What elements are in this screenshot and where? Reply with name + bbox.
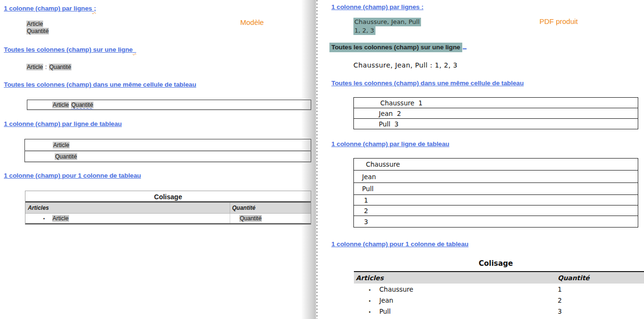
bullet-icon: •: [368, 298, 371, 304]
table-row-per-field-pdf: Chaussure Jean Pull 1 2 3: [353, 158, 638, 228]
heading-colonne-tableau-modele[interactable]: 1 colonne (champ) pour 1 colonne de tabl…: [4, 172, 141, 179]
table-row: Jean: [353, 170, 638, 183]
pane-label-pdf-produit: PDF produit: [539, 17, 578, 25]
spellcheck-squiggle: [133, 46, 136, 53]
field-article[interactable]: Article: [52, 102, 69, 108]
header-articles: Articles: [25, 203, 230, 213]
heading-1col-par-lignes-pdf: 1 colonne (champ) par lignes :: [331, 3, 423, 11]
field-quantite[interactable]: Quantité: [55, 153, 77, 160]
table-row: Quantité: [24, 150, 311, 162]
table-row: Pull: [353, 182, 638, 195]
selected-line-quantites: 1, 2, 3: [353, 26, 375, 35]
table-same-cell-pdf: Chaussure 1 Jean 2 Pull 3: [353, 97, 638, 129]
table-row: •Chaussure 1: [354, 284, 644, 295]
oneline-value: Chaussure, Jean, Pull : 1, 2, 3: [353, 61, 457, 69]
field-article[interactable]: Article: [26, 21, 43, 27]
heading-ligne-tableau-pdf: 1 colonne (champ) par ligne de tableau: [331, 140, 449, 148]
field-article[interactable]: Article: [53, 142, 70, 148]
heading-colonnes-une-ligne-modele[interactable]: Toutes les colonnes (champ) sur une lign…: [4, 46, 136, 53]
field-quantite[interactable]: Quantité: [239, 215, 262, 222]
page-edge-shadow: [301, 0, 316, 319]
table-row: Jean 2: [353, 108, 638, 119]
header-quantite: Quantité: [558, 274, 644, 282]
heading-meme-cellule-pdf: Toutes les colonnes (champ) dans une mêm…: [331, 80, 524, 87]
table-same-cell-template: Article Quantité: [27, 100, 311, 110]
table-row: Chaussure: [353, 158, 638, 171]
field-quantite[interactable]: Quantité: [26, 28, 49, 34]
heading-colonnes-une-ligne-pdf-selected: Toutes les colonnes (champ) sur une lign…: [329, 44, 467, 51]
table-row: Article: [24, 139, 311, 151]
header-articles: Articles: [354, 274, 558, 282]
heading-meme-cellule-modele[interactable]: Toutes les colonnes (champ) dans une mêm…: [4, 81, 196, 88]
bullet-icon: •: [368, 287, 371, 293]
pane-label-modele: Modèle: [240, 18, 264, 26]
table-row: •Article Quantité: [25, 214, 311, 224]
field-article[interactable]: Article: [52, 215, 69, 222]
bullet-icon: •: [43, 216, 45, 221]
selection-tail-underline: [463, 44, 467, 49]
header-quantite: Quantité: [230, 203, 311, 213]
table-colisage-pdf: Articles Quantité •Chaussure 1 •Jean 2 •…: [354, 271, 644, 317]
table-row: 1: [353, 194, 638, 205]
bullet-icon: •: [368, 309, 371, 315]
field-article[interactable]: Article: [26, 64, 43, 70]
table-row: •Pull 3: [354, 306, 644, 317]
table-colisage-template: Colisage Articles Quantité •Article Quan…: [25, 191, 311, 225]
selected-values-block: Chaussure, Jean, Pull 1, 2, 3: [353, 18, 421, 35]
table-header-row: Articles Quantité: [25, 203, 311, 214]
table-row: Pull 3: [353, 118, 638, 129]
field-block-oneline: Article:Quantité: [26, 64, 71, 70]
separator-colon: :: [45, 64, 47, 70]
table-title: Colisage: [25, 191, 311, 203]
field-quantite[interactable]: Quantité: [49, 64, 71, 70]
table-row: •Jean 2: [354, 295, 644, 306]
pane-splitter[interactable]: [316, 0, 317, 319]
table-header-row: Articles Quantité: [354, 272, 644, 284]
table-row: Chaussure 1: [353, 97, 638, 108]
heading-colonne-tableau-pdf: 1 colonne (champ) pour 1 colonne de tabl…: [331, 240, 468, 248]
field-block-lines: Article Quantité: [26, 21, 49, 35]
spellcheck-squiggle: ;: [92, 5, 96, 12]
table-title: Colisage: [353, 259, 638, 268]
table-row: 3: [353, 216, 638, 228]
table-row: 2: [353, 205, 638, 216]
heading-ligne-tableau-modele[interactable]: 1 colonne (champ) par ligne de tableau: [4, 120, 122, 127]
field-quantite[interactable]: Quantité: [71, 102, 94, 108]
table-row-per-field-template: Article Quantité: [24, 139, 311, 162]
split-view-model-vs-pdf: { "colors": { "heading_blue": "#4a6fe0",…: [0, 0, 644, 319]
selected-line-articles: Chaussure, Jean, Pull: [353, 18, 421, 26]
heading-1col-par-lignes-modele[interactable]: 1 colonne (champ) par lignes ;: [4, 5, 96, 12]
